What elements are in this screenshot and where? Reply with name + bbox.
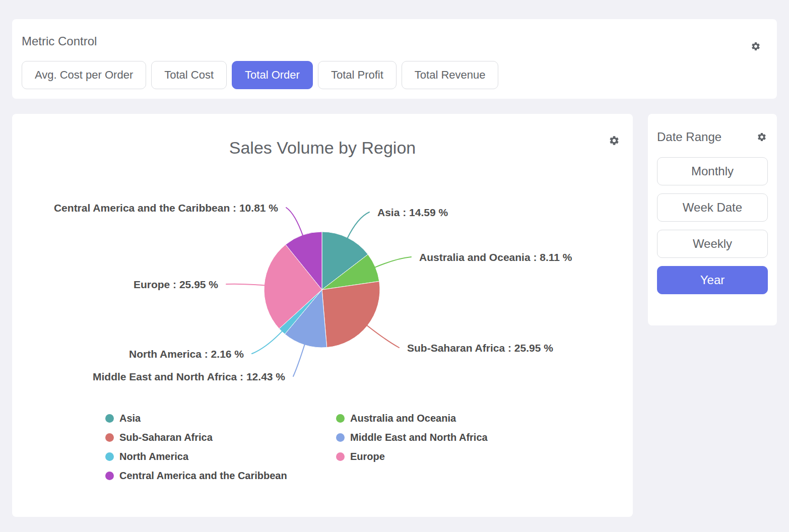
legend-label: North America bbox=[119, 451, 188, 462]
date-range-button-monthly[interactable]: Monthly bbox=[657, 157, 768, 185]
date-range-button-group: MonthlyWeek DateWeeklyYear bbox=[657, 157, 768, 294]
pie-slice-sub-saharan-africa[interactable] bbox=[322, 281, 380, 347]
date-range-gear-icon[interactable] bbox=[757, 132, 767, 142]
legend-swatch-icon bbox=[336, 452, 345, 461]
legend-label: Sub-Saharan Africa bbox=[119, 432, 213, 443]
metric-button-total-revenue[interactable]: Total Revenue bbox=[402, 61, 499, 89]
metric-control-title: Metric Control bbox=[22, 34, 767, 48]
pie-label-line bbox=[293, 344, 305, 376]
gear-glyph bbox=[751, 41, 761, 51]
date-range-button-week-date[interactable]: Week Date bbox=[657, 193, 768, 222]
date-range-button-weekly[interactable]: Weekly bbox=[657, 230, 768, 258]
metric-control-gear-icon[interactable] bbox=[751, 41, 761, 51]
legend-label: Middle East and North Africa bbox=[350, 432, 488, 443]
pie-label-europe: Europe : 25.95 % bbox=[134, 279, 218, 290]
legend-swatch-icon bbox=[336, 433, 345, 442]
legend-item-central-america-and-the-caribbean[interactable]: Central America and the Caribbean bbox=[105, 468, 336, 483]
pie-label-line bbox=[367, 325, 400, 348]
pie-label-line bbox=[374, 257, 411, 268]
legend-swatch-icon bbox=[105, 452, 114, 461]
date-range-button-year[interactable]: Year bbox=[657, 266, 768, 294]
pie-label-line bbox=[347, 212, 369, 239]
pie-label-north-america: North America : 2.16 % bbox=[129, 348, 244, 360]
pie-label-line bbox=[252, 331, 283, 354]
pie-label-sub-saharan-africa: Sub-Saharan Africa : 25.95 % bbox=[407, 342, 553, 354]
metric-button-group: Avg. Cost per OrderTotal CostTotal Order… bbox=[22, 61, 767, 89]
pie-label-line bbox=[286, 208, 303, 236]
legend-item-middle-east-and-north-africa[interactable]: Middle East and North Africa bbox=[336, 430, 488, 445]
metric-button-total-profit[interactable]: Total Profit bbox=[318, 61, 397, 89]
gear-glyph bbox=[757, 132, 767, 142]
legend-swatch-icon bbox=[336, 414, 345, 423]
legend-item-europe[interactable]: Europe bbox=[336, 449, 488, 464]
dashboard-page: Metric Control Avg. Cost per OrderTotal … bbox=[0, 0, 789, 532]
legend-item-asia[interactable]: Asia bbox=[105, 411, 336, 426]
metric-button-total-cost[interactable]: Total Cost bbox=[151, 61, 227, 89]
pie-label-australia-and-oceania: Australia and Oceania : 8.11 % bbox=[419, 251, 572, 263]
pie-label-central-america-and-the-caribbean: Central America and the Caribbean : 10.8… bbox=[54, 202, 278, 214]
date-range-header: Date Range bbox=[657, 130, 767, 144]
legend-label: Australia and Oceania bbox=[350, 413, 456, 424]
sales-volume-chart-panel: Sales Volume by Region Asia : 14.59 %Aus… bbox=[12, 114, 633, 517]
pie-label-line bbox=[226, 284, 265, 286]
date-range-panel: Date Range MonthlyWeek DateWeeklyYear bbox=[648, 114, 777, 325]
legend-label: Asia bbox=[119, 413, 141, 424]
legend-swatch-icon bbox=[105, 414, 114, 423]
metric-button-avg-cost-per-order[interactable]: Avg. Cost per Order bbox=[22, 61, 146, 89]
metric-control-panel: Metric Control Avg. Cost per OrderTotal … bbox=[12, 19, 777, 99]
date-range-title: Date Range bbox=[657, 130, 721, 144]
main-row: Sales Volume by Region Asia : 14.59 %Aus… bbox=[12, 114, 777, 517]
legend-swatch-icon bbox=[105, 433, 114, 442]
metric-button-total-order[interactable]: Total Order bbox=[232, 61, 313, 89]
legend-label: Europe bbox=[350, 451, 385, 462]
legend-label: Central America and the Caribbean bbox=[119, 470, 287, 482]
legend-item-sub-saharan-africa[interactable]: Sub-Saharan Africa bbox=[105, 430, 336, 445]
pie-label-middle-east-and-north-africa: Middle East and North Africa : 12.43 % bbox=[93, 371, 285, 382]
legend-item-north-america[interactable]: North America bbox=[105, 449, 336, 464]
pie-label-asia: Asia : 14.59 % bbox=[377, 207, 448, 218]
legend-swatch-icon bbox=[105, 472, 114, 480]
chart-legend: AsiaAustralia and OceaniaSub-Saharan Afr… bbox=[105, 411, 488, 483]
legend-item-australia-and-oceania[interactable]: Australia and Oceania bbox=[336, 411, 488, 426]
